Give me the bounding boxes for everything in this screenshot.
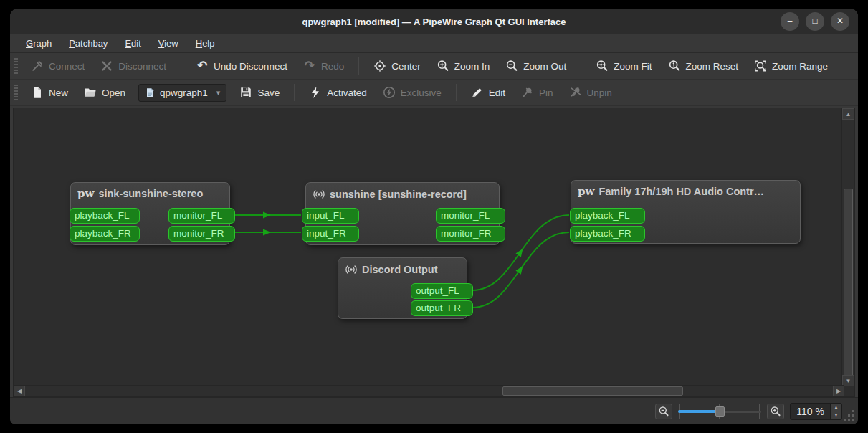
slider-handle[interactable] <box>715 406 725 417</box>
statusbar-zoom-in-button[interactable] <box>767 404 784 419</box>
close-icon: ✕ <box>836 16 844 25</box>
connection-lines <box>14 108 844 386</box>
horizontal-scroll-thumb[interactable] <box>502 386 683 396</box>
zoom-range-button[interactable]: Zoom Range <box>747 56 835 76</box>
port-monitor-fl[interactable]: monitor_FL <box>436 208 505 224</box>
spin-up-icon: ▲ <box>834 405 839 409</box>
menubar: Graph Patchbay Edit View Help <box>10 34 858 53</box>
port-input-fr[interactable]: input_FR <box>302 226 359 242</box>
open-folder-icon <box>84 86 97 99</box>
port-monitor-fl[interactable]: monitor_FL <box>168 208 235 224</box>
new-button[interactable]: New <box>24 82 75 103</box>
spin-down-button[interactable]: ▼ <box>831 411 841 419</box>
redo-button[interactable]: ↷ Redo <box>296 56 351 76</box>
chevron-down-icon: ▾ <box>216 88 221 97</box>
pin-label: Pin <box>539 87 553 98</box>
node-family-hd-audio[interactable]: pw Family 17h/19h HD Audio Contr… playba… <box>571 180 801 244</box>
patchbay-file-icon <box>145 87 156 98</box>
node-sink-sunshine-stereo[interactable]: pw sink-sunshine-stereo playback_FL play… <box>70 182 230 245</box>
port-playback-fr[interactable]: playback_FR <box>70 226 140 242</box>
toolbar-drag-handle[interactable] <box>14 58 18 74</box>
titlebar: qpwgraph1 [modified] — A PipeWire Graph … <box>10 9 858 34</box>
node-discord-output[interactable]: Discord Output output_FL output_FR <box>338 257 467 319</box>
open-button[interactable]: Open <box>77 82 133 103</box>
zoom-fit-button[interactable]: Zoom Fit <box>588 56 659 76</box>
statusbar-zoom-out-button[interactable] <box>655 404 672 419</box>
scroll-right-button[interactable]: ▶ <box>833 386 844 396</box>
center-icon <box>373 60 386 72</box>
resize-grip[interactable] <box>844 410 855 422</box>
menu-edit[interactable]: Edit <box>118 36 148 51</box>
activated-button[interactable]: Activated <box>302 82 374 103</box>
zoom-out-button[interactable]: Zoom Out <box>498 56 573 76</box>
menu-patchbay[interactable]: Patchbay <box>62 36 115 51</box>
spin-up-button[interactable]: ▲ <box>831 404 841 411</box>
node-header: pw Family 17h/19h HD Audio Contr… <box>571 181 800 197</box>
scroll-up-button[interactable]: ▲ <box>842 108 854 120</box>
toolbar-drag-handle[interactable] <box>14 85 18 100</box>
exclusive-button[interactable]: Exclusive <box>376 82 449 103</box>
zoom-spinbox[interactable]: 110 % ▲ ▼ <box>790 403 842 420</box>
window-title: qpwgraph1 [modified] — A PipeWire Graph … <box>302 16 566 27</box>
pin-icon <box>521 86 534 99</box>
zoom-out-label: Zoom Out <box>523 61 566 72</box>
scroll-up-icon: ▲ <box>846 111 852 118</box>
zoom-slider[interactable] <box>678 405 761 418</box>
activated-label: Activated <box>327 87 367 98</box>
graph-canvas[interactable]: pw sink-sunshine-stereo playback_FL play… <box>14 108 844 386</box>
edit-button[interactable]: Edit <box>464 82 512 103</box>
vertical-scroll-thumb[interactable] <box>844 189 853 378</box>
new-label: New <box>49 87 68 98</box>
port-playback-fl[interactable]: playback_FL <box>570 208 645 224</box>
node-sunshine[interactable]: sunshine [sunshine-record] input_FL inpu… <box>305 182 500 245</box>
menu-help[interactable]: Help <box>189 36 222 51</box>
maximize-button[interactable]: □ <box>806 12 824 31</box>
port-monitor-fr[interactable]: monitor_FR <box>168 226 235 242</box>
save-button[interactable]: Save <box>232 82 287 103</box>
connect-button[interactable]: Connect <box>24 56 92 76</box>
center-button[interactable]: Center <box>366 56 428 76</box>
unpin-button[interactable]: Unpin <box>562 82 619 103</box>
node-header: pw sink-sunshine-stereo <box>71 183 229 199</box>
pin-button[interactable]: Pin <box>514 82 561 103</box>
minimize-button[interactable]: – <box>781 12 799 31</box>
connect-icon <box>31 60 44 72</box>
menu-view[interactable]: View <box>151 36 186 51</box>
node-header: Discord Output <box>338 258 467 276</box>
new-file-icon <box>31 86 44 99</box>
patchbay-select[interactable]: qpwgraph1 ▾ <box>138 84 226 102</box>
zoom-fit-icon <box>596 60 609 72</box>
vertical-scrollbar[interactable]: ▲ ▼ <box>841 108 854 386</box>
maximize-icon: □ <box>812 16 817 25</box>
scroll-left-button[interactable]: ◀ <box>14 386 25 396</box>
port-output-fr[interactable]: output_FR <box>411 300 473 316</box>
port-output-fl[interactable]: output_FL <box>411 283 473 299</box>
zoom-reset-label: Zoom Reset <box>686 61 739 72</box>
disconnect-icon <box>100 60 113 72</box>
port-monitor-fr[interactable]: monitor_FR <box>436 226 505 242</box>
disconnect-button[interactable]: Disconnect <box>93 56 173 76</box>
center-label: Center <box>391 61 421 72</box>
undo-label: Undo Disconnect <box>214 61 287 72</box>
toolbar-separator <box>456 84 457 101</box>
menu-graph[interactable]: Graph <box>19 36 59 51</box>
zoom-reset-button[interactable]: Zoom Reset <box>661 56 746 76</box>
port-playback-fr[interactable]: playback_FR <box>570 226 645 242</box>
open-label: Open <box>102 87 125 98</box>
exclusive-label: Exclusive <box>401 87 442 98</box>
zoom-in-button[interactable]: Zoom In <box>429 56 497 76</box>
toolbar-separator <box>181 57 181 75</box>
port-playback-fl[interactable]: playback_FL <box>70 208 140 224</box>
save-icon <box>239 86 252 99</box>
undo-button[interactable]: ↶ Undo Disconnect <box>189 56 295 76</box>
activated-lightning-icon <box>309 86 322 99</box>
patchbay-select-value: qpwgraph1 <box>160 87 208 98</box>
undo-icon: ↶ <box>196 60 209 72</box>
horizontal-scrollbar[interactable]: ◀ ▶ <box>14 385 844 396</box>
scroll-right-icon: ▶ <box>836 388 841 394</box>
port-input-fl[interactable]: input_FL <box>302 208 359 224</box>
zoom-range-icon <box>754 60 767 72</box>
close-button[interactable]: ✕ <box>831 12 849 31</box>
minimize-icon: – <box>788 16 793 25</box>
edit-pencil-icon <box>471 86 484 99</box>
